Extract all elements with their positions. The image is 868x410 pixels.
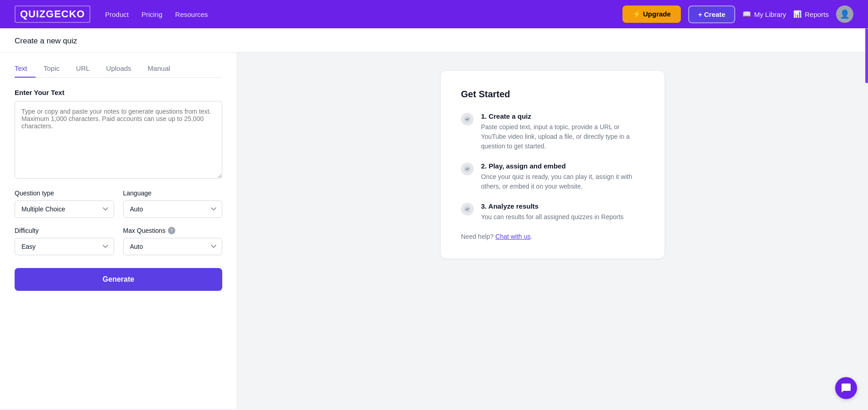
step-1-content: 1. Create a quiz Paste copied text, inpu… — [481, 112, 644, 151]
library-icon: 📖 — [743, 10, 751, 18]
tab-text[interactable]: Text — [15, 60, 36, 78]
max-questions-select[interactable]: Auto 5 10 15 20 — [123, 238, 223, 255]
left-panel: Text Topic URL Uploads Manual Enter Your… — [0, 53, 237, 409]
logo[interactable]: QUIZGECKO — [15, 5, 90, 23]
max-questions-label: Max Questions ? — [123, 227, 223, 234]
max-questions-group: Max Questions ? Auto 5 10 15 20 — [123, 227, 223, 255]
nav-product[interactable]: Product — [105, 11, 129, 18]
form-row-2: Difficulty Easy Medium Hard Max Question… — [15, 227, 222, 255]
language-label: Language — [123, 189, 223, 197]
tab-topic[interactable]: Topic — [36, 60, 68, 78]
reports-button[interactable]: 📊 Reports — [793, 10, 829, 18]
header-actions: ⚡ Upgrade + Create 📖 My Library 📊 Report… — [622, 5, 853, 23]
max-questions-info-icon[interactable]: ? — [168, 227, 175, 234]
tab-url[interactable]: URL — [68, 60, 98, 78]
page-title: Create a new quiz — [15, 37, 853, 46]
difficulty-label: Difficulty — [15, 227, 114, 234]
step-2-desc: Once your quiz is ready, you can play it… — [481, 172, 644, 191]
main-layout: Text Topic URL Uploads Manual Enter Your… — [0, 53, 868, 409]
difficulty-group: Difficulty Easy Medium Hard — [15, 227, 114, 255]
question-type-label: Question type — [15, 189, 114, 197]
upgrade-button[interactable]: ⚡ Upgrade — [622, 5, 681, 23]
create-button[interactable]: + Create — [688, 5, 736, 23]
step-3: 3. Analyze results You can results for a… — [461, 202, 644, 222]
nav-resources[interactable]: Resources — [175, 11, 208, 18]
form-row-1: Question type Multiple Choice True/False… — [15, 189, 222, 218]
nav-pricing[interactable]: Pricing — [141, 11, 162, 18]
difficulty-select[interactable]: Easy Medium Hard — [15, 238, 114, 255]
header: QUIZGECKO Product Pricing Resources ⚡ Up… — [0, 0, 868, 28]
step-1-heading: 1. Create a quiz — [481, 112, 644, 120]
help-text: Need help? Chat with us. — [461, 233, 644, 240]
step-3-icon — [461, 203, 474, 216]
right-panel: Get Started 1. Create a quiz Paste copie… — [237, 53, 868, 409]
language-select[interactable]: Auto English Spanish French — [123, 200, 223, 218]
step-2-icon — [461, 163, 474, 175]
nav-links: Product Pricing Resources — [105, 11, 608, 18]
question-type-group: Question type Multiple Choice True/False… — [15, 189, 114, 218]
chat-bubble[interactable] — [835, 377, 857, 399]
tab-manual[interactable]: Manual — [140, 60, 178, 78]
step-3-desc: You can results for all assigned quizzes… — [481, 212, 623, 222]
chat-link[interactable]: Chat with us — [496, 233, 531, 240]
chat-bubble-icon — [841, 383, 852, 394]
enter-text-label: Enter Your Text — [15, 89, 222, 96]
step-3-content: 3. Analyze results You can results for a… — [481, 202, 623, 222]
language-group: Language Auto English Spanish French — [123, 189, 223, 218]
avatar[interactable]: 👤 — [836, 5, 853, 23]
page-title-bar: Create a new quiz — [0, 28, 868, 53]
reports-icon: 📊 — [793, 10, 802, 18]
question-type-select[interactable]: Multiple Choice True/False Short Answer … — [15, 200, 114, 218]
generate-button[interactable]: Generate — [15, 268, 222, 291]
step-2-heading: 2. Play, assign and embed — [481, 162, 644, 170]
scrollbar[interactable] — [865, 28, 868, 83]
avatar-icon: 👤 — [840, 9, 850, 19]
step-1-icon — [461, 113, 474, 126]
get-started-card: Get Started 1. Create a quiz Paste copie… — [441, 71, 664, 258]
step-1-desc: Paste copied text, input a topic, provid… — [481, 122, 644, 151]
step-2-content: 2. Play, assign and embed Once your quiz… — [481, 162, 644, 191]
text-input[interactable] — [15, 101, 222, 179]
step-1: 1. Create a quiz Paste copied text, inpu… — [461, 112, 644, 151]
step-3-heading: 3. Analyze results — [481, 202, 623, 210]
get-started-title: Get Started — [461, 89, 644, 100]
my-library-button[interactable]: 📖 My Library — [743, 10, 786, 18]
step-2: 2. Play, assign and embed Once your quiz… — [461, 162, 644, 191]
tabs: Text Topic URL Uploads Manual — [15, 53, 222, 78]
tab-uploads[interactable]: Uploads — [98, 60, 140, 78]
